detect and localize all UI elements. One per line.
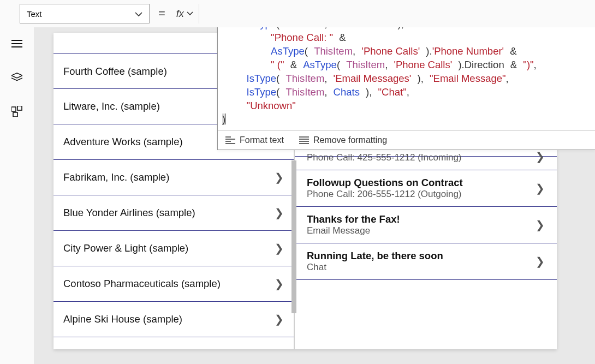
activity-title: Running Late, be there soon xyxy=(307,250,443,262)
format-text-button[interactable]: Format text xyxy=(225,135,284,145)
activity-subtitle: Phone Call: 425-555-1212 (Incoming) xyxy=(307,152,462,163)
activity-row[interactable]: Phone Call: 425-555-1212 (Incoming) ❯ xyxy=(295,156,557,170)
list-item[interactable]: Contoso Pharmaceuticals (sample)❯ xyxy=(53,266,294,302)
svg-rect-1 xyxy=(17,106,22,110)
activity-subtitle: Chat xyxy=(307,262,443,273)
list-item-label: Contoso Pharmaceuticals (sample) xyxy=(63,278,221,290)
scrollbar[interactable] xyxy=(291,160,296,313)
remove-formatting-button[interactable]: Remove formatting xyxy=(299,135,387,145)
list-item-label: Adventure Works (sample) xyxy=(63,136,183,148)
list-item[interactable]: Fabrikam, Inc. (sample)❯ xyxy=(53,160,294,195)
list-item-label: City Power & Light (sample) xyxy=(63,242,188,254)
format-text-label: Format text xyxy=(240,135,284,145)
list-item-label: Litware, Inc. (sample) xyxy=(63,100,160,112)
chevron-right-icon: ❯ xyxy=(275,277,284,290)
property-selector[interactable]: Text xyxy=(20,4,150,23)
chevron-right-icon: ❯ xyxy=(536,182,545,195)
activity-row[interactable]: Thanks for the Fax! Email Message ❯ xyxy=(295,207,557,243)
list-item[interactable]: City Power & Light (sample)❯ xyxy=(53,231,294,266)
equals-label: = xyxy=(155,7,169,21)
activity-subtitle: Email Message xyxy=(307,225,400,236)
chevron-right-icon: ❯ xyxy=(275,242,284,255)
activity-title: Followup Questions on Contract xyxy=(307,177,463,189)
list-item-label: Blue Yonder Airlines (sample) xyxy=(63,207,195,219)
hamburger-icon[interactable] xyxy=(11,38,22,49)
fx-label: fx xyxy=(176,8,184,20)
formula-toolbar: Format text Remove formatting xyxy=(218,130,595,150)
activity-row[interactable]: Running Late, be there soon Chat ❯ xyxy=(295,243,557,280)
chevron-right-icon: ❯ xyxy=(536,150,545,163)
list-item-label: Fabrikam, Inc. (sample) xyxy=(63,171,169,183)
activity-row[interactable]: Followup Questions on Contract Phone Cal… xyxy=(295,170,557,207)
chevron-right-icon: ❯ xyxy=(275,171,284,184)
chevron-right-icon: ❯ xyxy=(275,313,284,326)
fx-button[interactable]: fx xyxy=(174,4,199,23)
svg-rect-0 xyxy=(11,107,16,111)
remove-formatting-icon xyxy=(299,136,309,144)
left-nav-rail xyxy=(0,0,34,364)
svg-rect-2 xyxy=(13,112,17,117)
chevron-right-icon: ❯ xyxy=(275,206,284,219)
formula-topbar: Text = fx xyxy=(0,0,595,27)
chevron-down-icon xyxy=(135,9,142,19)
chevron-right-icon: ❯ xyxy=(536,218,545,231)
format-text-icon xyxy=(225,136,235,144)
list-item[interactable]: Alpine Ski House (sample)❯ xyxy=(53,302,294,337)
chevron-right-icon: ❯ xyxy=(536,255,545,268)
chevron-down-icon xyxy=(187,11,193,16)
property-selector-label: Text xyxy=(27,9,42,19)
remove-formatting-label: Remove formatting xyxy=(313,135,387,145)
list-item-label: Alpine Ski House (sample) xyxy=(63,313,182,325)
activity-title: Thanks for the Fax! xyxy=(307,213,400,225)
layers-icon[interactable] xyxy=(11,72,22,83)
components-icon[interactable] xyxy=(11,106,22,117)
activity-subtitle: Phone Call: 206-555-1212 (Outgoing) xyxy=(307,189,463,200)
list-item[interactable]: Blue Yonder Airlines (sample)❯ xyxy=(53,195,294,231)
list-item-label: Fourth Coffee (sample) xyxy=(63,65,167,77)
